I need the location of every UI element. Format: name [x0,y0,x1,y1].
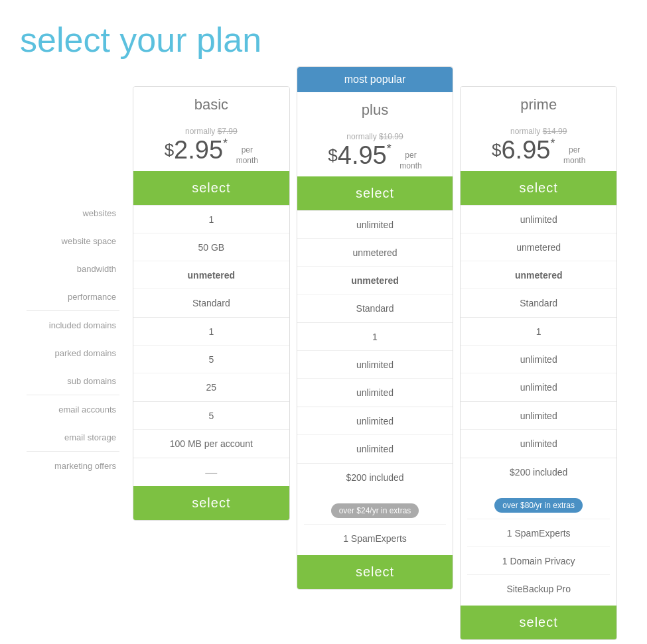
prime-sub-domains: unlimited [461,373,616,401]
basic-price-box: normally $7.99 $2.95* permonth [133,119,289,171]
plus-group-4: $200 included [297,463,453,491]
plus-plan: most popular plus normally $10.99 $4.95*… [297,66,454,590]
label-marketing-offers: marketing offers [27,452,119,480]
plus-extras: over $24/yr in extras 1 SpamExperts [297,491,453,555]
prime-price-box: normally $14.99 $6.95* permonth [461,119,616,171]
feature-labels: websites website space bandwidth perform… [27,86,129,480]
prime-bandwidth: unmetered [461,261,616,289]
basic-parked-domains: 5 [133,346,289,373]
basic-bandwidth: unmetered [133,261,289,289]
prime-plan-name: prime [461,87,616,119]
label-sub-domains: sub domains [27,367,119,395]
plus-extras-badge: over $24/yr in extras [331,503,419,518]
prime-email-accounts: unlimited [461,402,616,430]
basic-email-accounts: 5 [133,402,289,430]
plus-main-price: $4.95* permonth [304,143,447,171]
prime-spam-experts: 1 SpamExperts [467,519,610,547]
prime-extras: over $80/yr in extras 1 SpamExperts 1 Do… [461,486,616,606]
label-group-2: included domains parked domains sub doma… [27,310,119,395]
prime-select-bottom[interactable]: select [461,606,616,639]
prime-email-storage: unlimited [461,430,616,458]
basic-normally: normally $7.99 [140,127,283,136]
prime-extras-badge-cell: over $80/yr in extras [467,491,610,519]
label-group-3: email accounts email storage [27,395,119,451]
plans-container: websites website space bandwidth perform… [13,86,634,640]
plus-website-space: unmetered [297,239,453,267]
prime-normally: normally $14.99 [467,127,610,136]
prime-included-domains: 1 [461,318,616,346]
prime-marketing-offers: $200 included [461,458,616,486]
prime-site-backup: SiteBackup Pro [467,575,610,603]
prime-extras-badge: over $80/yr in extras [494,498,583,513]
prime-group-2: 1 unlimited unlimited [461,317,616,401]
basic-select-top[interactable]: select [133,171,289,205]
prime-website-space: unmetered [461,233,616,261]
plus-spam-experts: 1 SpamExperts [304,525,447,552]
prime-performance: Standard [461,289,616,317]
basic-group-3: 5 100 MB per account [133,401,289,458]
prime-group-1: unlimited unmetered unmetered Standard [461,205,616,317]
label-performance: performance [27,283,119,310]
basic-performance: Standard [133,289,289,317]
prime-main-price: $6.95* permonth [467,137,610,166]
prime-select-top[interactable]: select [461,171,616,205]
plus-email-accounts: unlimited [297,407,453,435]
plus-marketing-offers: $200 included [297,464,453,491]
plus-performance: Standard [297,294,453,322]
basic-included-domains: 1 [133,318,289,346]
plus-parked-domains: unlimited [297,351,453,379]
plus-included-domains: 1 [297,323,453,351]
label-website-space: website space [27,227,119,255]
plus-price-box: normally $10.99 $4.95* permonth [297,124,453,176]
plus-sub-domains: unlimited [297,379,453,407]
label-group-1: websites website space bandwidth perform… [27,199,119,310]
basic-website-space: 50 GB [133,233,289,261]
prime-group-3: unlimited unlimited [461,401,616,458]
plus-extras-badge-cell: over $24/yr in extras [304,497,447,525]
plus-group-1: unlimited unmetered unmetered Standard [297,210,453,322]
label-websites: websites [27,199,119,227]
plus-bandwidth: unmetered [297,267,453,294]
label-parked-domains: parked domains [27,339,119,367]
basic-marketing-offers: — [133,458,289,486]
label-email-storage: email storage [27,423,119,451]
plus-select-bottom[interactable]: select [297,555,453,589]
basic-email-storage: 100 MB per account [133,430,289,458]
plus-plan-name: plus [297,92,453,124]
basic-select-bottom[interactable]: select [133,486,289,520]
plus-email-storage: unlimited [297,435,453,463]
prime-group-4: $200 included [461,458,616,486]
label-included-domains: included domains [27,311,119,339]
basic-group-2: 1 5 25 [133,317,289,401]
basic-main-price: $2.95* permonth [140,137,283,166]
label-bandwidth: bandwidth [27,255,119,283]
plus-group-3: unlimited unlimited [297,407,453,463]
plus-group-2: 1 unlimited unlimited [297,322,453,407]
basic-group-4: — [133,458,289,486]
basic-plan: basic normally $7.99 $2.95* permonth sel… [133,86,290,521]
plus-badge: most popular [297,67,453,92]
prime-parked-domains: unlimited [461,346,616,373]
plus-websites: unlimited [297,211,453,239]
basic-group-1: 1 50 GB unmetered Standard [133,205,289,317]
prime-websites: unlimited [461,206,616,233]
basic-plan-name: basic [133,87,289,119]
label-group-4: marketing offers [27,451,119,480]
prime-domain-privacy: 1 Domain Privacy [467,547,610,575]
plus-normally: normally $10.99 [304,132,447,141]
page-title: select your plan [13,20,634,60]
plus-select-top[interactable]: select [297,176,453,210]
label-email-accounts: email accounts [27,395,119,423]
basic-websites: 1 [133,206,289,233]
basic-sub-domains: 25 [133,373,289,401]
prime-plan: prime normally $14.99 $6.95* permonth se… [460,86,617,640]
